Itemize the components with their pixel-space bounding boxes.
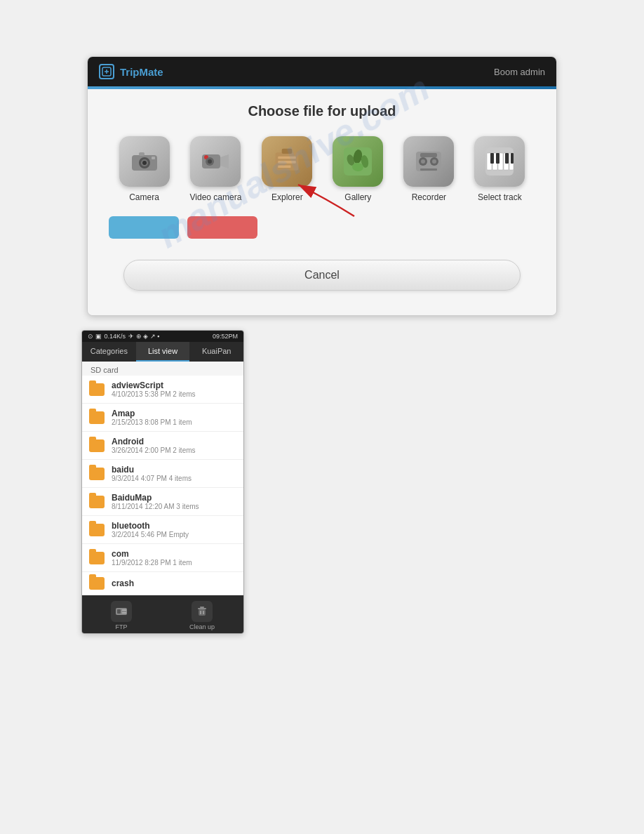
cancel-button[interactable]: Cancel (123, 260, 520, 291)
file-name: BaiduMap (112, 493, 236, 503)
status-speed: 0.14K/s (105, 333, 126, 340)
svg-rect-15 (279, 157, 296, 159)
tripmate-app-icon (99, 64, 114, 79)
tripmate-user: Boom admin (494, 67, 545, 77)
folder-icon (89, 524, 105, 536)
svg-rect-37 (490, 153, 494, 164)
file-name: Amap (112, 409, 236, 418)
svg-point-26 (421, 159, 425, 164)
list-item[interactable]: adviewScript 4/10/2013 5:38 PM 2 items (82, 376, 243, 404)
tab-kuaipan[interactable]: KuaiPan (189, 342, 243, 362)
ftp-label: FTP (115, 623, 127, 630)
folder-icon (89, 383, 105, 396)
explorer-bottom-bar: FTP Clean up (82, 595, 243, 633)
svg-rect-45 (122, 612, 126, 614)
tab-categories[interactable]: Categories (82, 342, 136, 362)
svg-rect-39 (505, 153, 509, 164)
status-left: ⊙ ▣ 0.14K/s ✈ ⊕ ◈ ↗ ▪ (88, 333, 159, 340)
svg-rect-50 (203, 611, 204, 614)
recorder-label: Recorder (412, 192, 446, 202)
cleanup-tool[interactable]: Clean up (189, 601, 215, 630)
svg-rect-40 (511, 153, 514, 164)
list-item[interactable]: BaiduMap 8/11/2014 12:20 AM 3 items (82, 488, 243, 516)
svg-rect-44 (122, 609, 126, 611)
cancel-btn-wrap: Cancel (102, 253, 542, 301)
ftp-tool[interactable]: FTP (111, 601, 132, 630)
cleanup-icon (192, 601, 213, 622)
list-item[interactable]: crash (82, 572, 243, 595)
app-icons-row: Camera Video camera (102, 136, 542, 202)
folder-icon (89, 577, 105, 590)
file-list: adviewScript 4/10/2013 5:38 PM 2 items A… (82, 376, 243, 595)
file-name: com (112, 549, 236, 559)
svg-rect-17 (279, 165, 291, 168)
file-name: baidu (112, 465, 236, 475)
videocamera-label: Video camera (190, 192, 242, 202)
tripmate-header-left: TripMate (99, 64, 163, 79)
folder-icon (89, 411, 105, 424)
svg-rect-16 (279, 161, 296, 164)
color-btn-red[interactable] (187, 216, 257, 239)
file-meta: 2/15/2013 8:08 PM 1 item (112, 418, 236, 426)
app-icon-selecttrack[interactable]: Select track (474, 136, 525, 202)
list-item[interactable]: Android 3/26/2014 2:00 PM 2 items (82, 432, 243, 460)
app-icon-gallery[interactable]: Gallery (333, 136, 383, 202)
selecttrack-label: Select track (478, 192, 522, 202)
list-item[interactable]: Amap 2/15/2013 8:08 PM 1 item (82, 404, 243, 432)
status-icons: ⊙ ▣ (88, 333, 102, 340)
list-item[interactable]: bluetooth 3/2/2014 5:46 PM Empty (82, 516, 243, 544)
gallery-label: Gallery (344, 192, 371, 202)
camera-label: Camera (129, 192, 159, 202)
svg-marker-11 (220, 154, 229, 168)
explorer-status-bar: ⊙ ▣ 0.14K/s ✈ ⊕ ◈ ↗ ▪ 09:52PM (82, 331, 243, 342)
file-meta: 9/3/2014 4:07 PM 4 items (112, 475, 236, 482)
dialog-title: Choose file for upload (102, 103, 542, 119)
dialog-body: Choose file for upload Camera (88, 89, 556, 315)
svg-rect-29 (420, 153, 437, 157)
file-info: baidu 9/3/2014 4:07 PM 4 items (112, 465, 236, 482)
file-info: com 11/9/2012 8:28 PM 1 item (112, 549, 236, 567)
status-time: 09:52PM (213, 333, 238, 340)
app-icon-videocamera[interactable]: Video camera (190, 136, 242, 202)
explorer-icon-box (262, 136, 312, 187)
svg-rect-7 (139, 152, 145, 156)
svg-rect-46 (200, 607, 204, 608)
svg-point-13 (208, 159, 212, 164)
file-name: adviewScript (112, 380, 236, 390)
file-info: bluetooth 3/2/2014 5:46 PM Empty (112, 521, 236, 538)
folder-icon (89, 552, 105, 564)
file-name: bluetooth (112, 521, 236, 531)
file-meta: 3/2/2014 5:46 PM Empty (112, 531, 236, 538)
svg-point-28 (432, 159, 436, 164)
svg-rect-47 (198, 608, 206, 609)
tripmate-header: TripMate Boom admin (88, 57, 556, 86)
svg-rect-18 (282, 149, 293, 154)
selecttrack-icon-box (474, 136, 525, 187)
app-icon-explorer[interactable]: Explorer (262, 136, 312, 202)
file-info: adviewScript 4/10/2013 5:38 PM 2 items (112, 380, 236, 398)
gallery-icon-box (333, 136, 383, 187)
color-btn-blue[interactable] (109, 216, 179, 239)
file-info: BaiduMap 8/11/2014 12:20 AM 3 items (112, 493, 236, 510)
app-icon-camera[interactable]: Camera (119, 136, 170, 202)
folder-icon (89, 439, 105, 452)
file-meta: 4/10/2013 5:38 PM 2 items (112, 390, 236, 398)
file-name: Android (112, 437, 236, 446)
tripmate-dialog: TripMate Boom admin Choose file for uplo… (87, 56, 557, 316)
tab-listview[interactable]: List view (136, 342, 190, 362)
app-icon-recorder[interactable]: Recorder (403, 136, 454, 202)
ftp-icon (111, 601, 132, 622)
tripmate-title: TripMate (120, 66, 163, 78)
file-meta: 3/26/2014 2:00 PM 2 items (112, 446, 236, 454)
list-item[interactable]: com 11/9/2012 8:28 PM 1 item (82, 544, 243, 572)
status-network-icons: ✈ ⊕ ◈ ↗ ▪ (128, 333, 159, 340)
list-item[interactable]: baidu 9/3/2014 4:07 PM 4 items (82, 460, 243, 488)
file-meta: 11/9/2012 8:28 PM 1 item (112, 559, 236, 567)
cleanup-label: Clean up (189, 623, 215, 630)
recorder-icon-box (403, 136, 454, 187)
svg-point-6 (142, 161, 147, 165)
file-info: Amap 2/15/2013 8:08 PM 1 item (112, 409, 236, 426)
folder-icon (89, 496, 105, 508)
folder-icon (89, 468, 105, 480)
svg-rect-48 (199, 609, 206, 616)
